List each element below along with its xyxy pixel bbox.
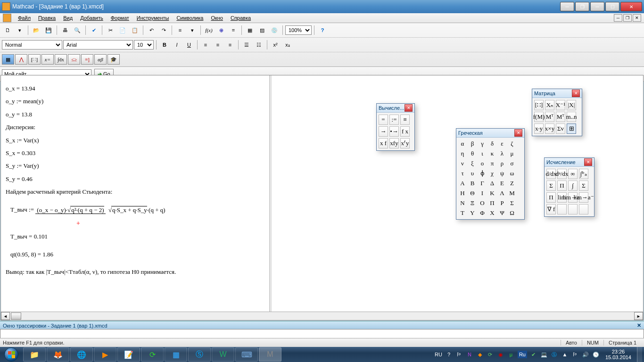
calc-cell-2[interactable]: ∞ [568, 169, 578, 179]
greek-cell-45[interactable]: Χ [488, 209, 496, 217]
text-dispersion[interactable]: Дисперсия: [6, 122, 270, 132]
graph-palette-button[interactable]: ⋀ [15, 54, 27, 65]
menu-insert[interactable]: Добавить [76, 15, 107, 21]
menu-format[interactable]: Формат [107, 15, 133, 21]
greek-cell-25[interactable]: Β [468, 179, 477, 188]
matrix-cell-8[interactable]: x·y [534, 123, 544, 134]
palette-calculus[interactable]: Исчисление✕ d/dxdⁿ/dx∞∫ᵇₐΣΠ∫ΣΠlimlim→a⁺l… [544, 157, 594, 217]
expr-tcalc-formula[interactable]: T_выч := (o_x − o_y)·q²·(q + q − 2) q·S_… [10, 204, 270, 216]
expr-sy-value[interactable]: S_y = 0.46 [6, 173, 270, 184]
matrix-palette-button[interactable]: [∷] [28, 54, 41, 65]
text-conclusion[interactable]: Вывод: так как |T_выч|<Tтабл(α, ν), то г… [6, 266, 270, 277]
align-center-button[interactable]: ≡ [212, 39, 223, 50]
palette-evaluation[interactable]: Вычисле...✕ =:=≡→•→f xx fxfyxᶠy [376, 103, 415, 151]
eval-cell-7[interactable]: xfy [389, 138, 399, 148]
tray-clock[interactable]: 23:26 15.03.2014 [603, 349, 634, 360]
minimize-button[interactable]: ─ [590, 2, 604, 11]
tray-volume-icon[interactable]: 🔊 [582, 351, 589, 358]
eval-cell-6[interactable]: x f [379, 138, 388, 148]
task-notes[interactable]: 📝 [117, 347, 140, 362]
greek-palette-button[interactable]: αβ [94, 54, 107, 65]
greek-cell-27[interactable]: Δ [488, 179, 496, 188]
greek-cell-9[interactable]: κ [488, 149, 496, 158]
greek-cell-2[interactable]: γ [478, 140, 487, 148]
superscript-button[interactable]: x² [270, 39, 281, 50]
greek-cell-46[interactable]: Ψ [498, 209, 506, 217]
task-mathcad[interactable]: M [259, 347, 281, 362]
tray-clock-icon[interactable]: 🕓 [592, 351, 600, 358]
task-utorrent[interactable]: ⟳ [141, 347, 164, 362]
palette-calculus-close[interactable]: ✕ [584, 158, 592, 166]
matrix-cell-6[interactable]: Mᵀ [556, 112, 565, 122]
matrix-cell-3[interactable]: |X| [567, 100, 576, 110]
align-dropdown[interactable]: ▾ [187, 25, 198, 36]
zoom-select[interactable]: 100% [285, 25, 312, 35]
calc-cell-0[interactable]: d/dx [546, 169, 556, 179]
maximize-button[interactable]: ☐ [605, 2, 619, 11]
task-app[interactable]: ▦ [165, 347, 187, 362]
eval-cell-8[interactable]: xᶠy [400, 138, 410, 148]
matrix-cell-7[interactable]: m..n [567, 112, 576, 122]
eval-cell-1[interactable]: := [389, 115, 399, 125]
print-button[interactable]: 🖶 [59, 25, 71, 36]
italic-button[interactable]: I [171, 39, 182, 50]
greek-cell-10[interactable]: λ [498, 149, 506, 158]
greek-cell-30[interactable]: Η [458, 189, 467, 197]
matrix-cell-11[interactable]: ⊞ [567, 123, 576, 134]
calculator-palette-button[interactable]: ▦ [2, 54, 14, 65]
copy-button[interactable]: 📄 [117, 25, 128, 36]
greek-cell-43[interactable]: Υ [468, 209, 477, 217]
expr-oy-def[interactable]: o_y := mean(y) [6, 96, 270, 107]
greek-cell-14[interactable]: ο [478, 159, 487, 168]
align-button[interactable]: ≡ [174, 25, 186, 36]
greek-cell-17[interactable]: σ [508, 159, 516, 168]
greek-cell-35[interactable]: Μ [508, 189, 516, 197]
greek-cell-0[interactable]: α [458, 140, 467, 148]
calc-cell-13[interactable] [557, 204, 567, 214]
horizontal-scrollbar[interactable]: ◄ ► [1, 312, 643, 320]
start-button[interactable] [0, 347, 23, 362]
tray-onenote-icon[interactable]: N [466, 351, 473, 358]
calculate-button[interactable]: = [228, 25, 239, 36]
greek-cell-7[interactable]: θ [468, 149, 477, 158]
calc-cell-12[interactable]: ∇ f [546, 204, 556, 214]
undo-button[interactable]: ↶ [146, 25, 157, 36]
style-select[interactable]: Normal [2, 40, 62, 49]
tray-action-icon[interactable]: 🏳 [571, 351, 579, 358]
greek-cell-36[interactable]: Ν [458, 199, 467, 207]
greek-cell-38[interactable]: Ο [478, 199, 487, 207]
calc-cell-3[interactable]: ∫ᵇₐ [579, 169, 588, 179]
tray-lang2-icon[interactable]: Ru [518, 351, 527, 358]
tray-update-icon[interactable]: ⟳ [487, 351, 494, 358]
new-dropdown[interactable]: ▾ [14, 25, 25, 36]
eval-cell-4[interactable]: •→ [389, 126, 399, 137]
mdi-close[interactable]: ✕ [633, 14, 641, 22]
calc-cell-7[interactable]: Σ [579, 181, 588, 191]
paste-button[interactable]: 📋 [129, 25, 140, 36]
eval-cell-2[interactable]: ≡ [400, 115, 410, 125]
greek-cell-6[interactable]: η [458, 149, 467, 158]
spellcheck-button[interactable]: ✔ [88, 25, 99, 36]
greek-cell-3[interactable]: δ [488, 140, 496, 148]
greek-cell-23[interactable]: ω [508, 169, 516, 178]
greek-cell-37[interactable]: Ξ [468, 199, 477, 207]
greek-cell-5[interactable]: ζ [508, 140, 516, 148]
calc-cell-11[interactable]: lim→a⁻ [579, 192, 588, 203]
matrix-cell-4[interactable]: f(M) [534, 112, 544, 122]
scroll-thumb[interactable] [11, 313, 21, 320]
task-word[interactable]: W [212, 347, 234, 362]
symbolic-palette-button[interactable]: 🎓 [107, 54, 120, 65]
align-left-button[interactable]: ≡ [200, 39, 211, 50]
work-area[interactable]: o_x = 13.94 o_y := mean(y) o_y = 13.8 Ди… [0, 75, 644, 321]
greek-cell-1[interactable]: β [468, 140, 477, 148]
greek-cell-12[interactable]: ν [458, 159, 467, 168]
greek-cell-20[interactable]: ϕ [478, 169, 487, 178]
greek-cell-39[interactable]: Π [488, 199, 496, 207]
calc-cell-1[interactable]: dⁿ/dx [557, 169, 567, 179]
bullets-button[interactable]: ☰ [241, 39, 252, 50]
component3-button[interactable]: 💿 [269, 25, 280, 36]
underline-button[interactable]: U [183, 39, 195, 50]
menu-help[interactable]: Справка [227, 15, 255, 21]
subscript-button[interactable]: x₂ [282, 39, 293, 50]
text-student[interactable]: Найдем расчетный критерий Стьюдента: [6, 186, 270, 197]
